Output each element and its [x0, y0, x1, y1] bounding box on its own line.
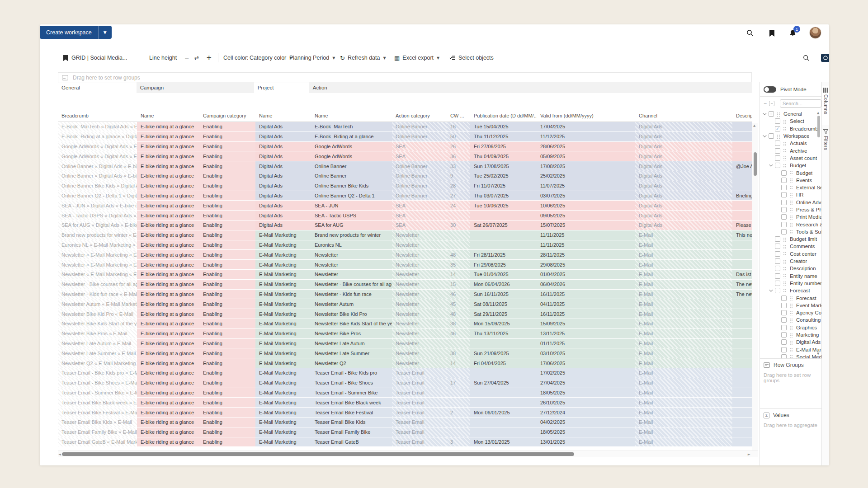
cell[interactable]: Thu 13/11/2025 — [470, 329, 537, 339]
column-header[interactable]: Name — [137, 109, 199, 122]
scroll-up-icon[interactable]: ▲ — [753, 124, 755, 127]
cell[interactable]: Newsletter Bike Kids Start of the year — [311, 319, 392, 329]
global-search-icon[interactable] — [745, 28, 755, 38]
cell[interactable]: Newsletter — [392, 290, 447, 300]
column-header[interactable]: Valid from (dd/MM/yyyy) — [537, 109, 635, 122]
checkbox[interactable] — [775, 281, 780, 286]
cell[interactable]: Digital Ads — [255, 161, 311, 171]
table-row[interactable]: Online Banner « Digital Ads « E-bikeE-bi… — [58, 161, 752, 171]
cell[interactable]: Sat 29/11/2025 — [470, 309, 537, 319]
column-group-header[interactable]: Action — [309, 82, 752, 93]
table-row[interactable]: E-Book_MarTech « Digital Ads « E-bikeE-b… — [58, 122, 752, 132]
cell[interactable]: Thu 04/09/2025 — [470, 151, 537, 161]
cell[interactable]: Teaser Email - Summer Bike « E-Mail — [58, 388, 137, 398]
tree-item[interactable]: Actuals — [760, 140, 821, 147]
cell[interactable]: 26 — [447, 142, 470, 152]
cell[interactable] — [732, 309, 752, 319]
cell[interactable]: 48 — [447, 250, 470, 260]
cell[interactable] — [470, 240, 537, 250]
cell[interactable]: Tue 10/06/2025 — [470, 201, 537, 211]
cell[interactable]: Euronics NL « E-Mail Marketing « E-bike — [58, 240, 137, 250]
cell[interactable]: Teaser Email - Bike Shoes « E-Mail — [58, 378, 137, 388]
checkbox[interactable] — [775, 155, 780, 161]
table-row[interactable]: SEA - Tactic USPS « Digital Ads « E-E-bi… — [58, 211, 752, 221]
cell[interactable]: 04/11/2025 — [537, 299, 635, 309]
cell[interactable]: The new — [732, 280, 752, 290]
cell[interactable]: The new — [732, 290, 752, 300]
cell[interactable]: E-bike riding at a glance — [137, 388, 199, 398]
cell[interactable]: E-Mail — [635, 240, 732, 250]
cell[interactable]: E-bike riding at a glance — [137, 299, 199, 309]
cell[interactable]: E-bike riding at a glance — [137, 368, 199, 378]
drag-grip-icon[interactable] — [789, 192, 793, 197]
cell[interactable]: 03/10/2025 — [537, 348, 635, 358]
cell[interactable]: Newsletter — [392, 270, 447, 280]
drag-grip-icon[interactable] — [783, 266, 787, 271]
cell[interactable]: Sat 08/11/2025 — [470, 299, 537, 309]
cell[interactable]: Teaser Email Family Bike « E-Mail — [58, 427, 137, 437]
cell[interactable] — [732, 211, 752, 221]
drag-grip-icon[interactable] — [789, 215, 793, 220]
cell[interactable]: SEA — [392, 211, 447, 221]
column-header[interactable]: Name — [311, 109, 392, 122]
cell[interactable]: 38 — [447, 348, 470, 358]
cell[interactable]: Enabling — [199, 299, 255, 309]
cell[interactable] — [732, 437, 752, 447]
create-workspace-button[interactable]: Create workspace — [40, 26, 98, 39]
cell[interactable]: E-Mail — [635, 368, 732, 378]
cell[interactable]: Enabling — [199, 260, 255, 270]
cell[interactable]: Sat 26/07/2025 — [470, 221, 537, 230]
cell[interactable]: Brand new products for winter « E-Mail — [58, 230, 137, 240]
cell[interactable]: SEA - JUN « Digital Ads « E-bike riding — [58, 201, 137, 211]
table-row[interactable]: Teaser Email GateB « E-Mail MarketingE-b… — [58, 437, 752, 447]
tree-item[interactable]: Description — [760, 265, 821, 272]
drag-grip-icon[interactable] — [789, 207, 793, 212]
cell[interactable] — [732, 427, 752, 437]
cell[interactable]: Fri 29/08/2025 — [470, 260, 537, 270]
cell[interactable]: E-bike riding at a glance — [137, 211, 199, 221]
column-header[interactable]: Publication date (D dd/MM/... — [470, 109, 537, 122]
checkbox[interactable] — [775, 141, 780, 146]
cell[interactable]: Newsletter — [392, 240, 447, 250]
column-group-header[interactable]: General — [58, 82, 137, 93]
cell[interactable] — [470, 427, 537, 437]
cell[interactable]: Digital Ads — [255, 142, 311, 152]
cell[interactable]: 11/11/2025 — [537, 240, 635, 250]
cell[interactable]: 28/06/2025 — [537, 142, 635, 152]
table-row[interactable]: Online Banner Q2 - Delta 1 « DigitalE-bi… — [58, 191, 752, 201]
select-objects-button[interactable]: Select objects — [449, 52, 494, 64]
table-row[interactable]: Google AdWords « Digital Ads « E-bikeE-b… — [58, 142, 752, 152]
cell[interactable]: Enabling — [199, 250, 255, 260]
cell[interactable]: Online Banner « Digital Ads « E-bike — [58, 161, 137, 171]
cell[interactable]: Digital Ads — [635, 132, 732, 142]
cell[interactable] — [732, 132, 752, 142]
cell[interactable]: Enabling — [199, 418, 255, 427]
cell[interactable]: Newsletter Late Autum « E-Mail — [58, 339, 137, 349]
column-header[interactable]: Name — [255, 109, 311, 122]
cell[interactable] — [447, 240, 470, 250]
checkbox[interactable] — [781, 185, 787, 190]
cell[interactable]: 3 — [447, 437, 470, 447]
tree-item[interactable]: Agency Cost — [760, 309, 821, 316]
cell[interactable]: Online Banner Bike Kids « Digital Ads « — [58, 181, 137, 191]
table-row[interactable]: Google AdWords « Digital Ads « E-bikeE-b… — [58, 151, 752, 161]
tree-item[interactable]: Select — [760, 117, 821, 125]
cell[interactable]: Digital Ads — [635, 191, 732, 201]
cell[interactable]: Please ch — [732, 221, 752, 230]
tree-item[interactable]: Online Adver — [760, 199, 821, 206]
cell[interactable]: Newsletter « E-Mail Marketing « E-bike — [58, 270, 137, 280]
cell[interactable]: E-Mail Marketing — [255, 339, 311, 349]
cell[interactable] — [447, 211, 470, 221]
cell[interactable]: 13/01/2025 — [537, 437, 635, 447]
scroll-right-icon[interactable]: ► — [748, 452, 750, 456]
cell[interactable]: Enabling — [199, 280, 255, 290]
cell[interactable]: E-Mail Marketing — [255, 329, 311, 339]
cell[interactable]: E-Mail Marketing — [255, 378, 311, 388]
tree-item[interactable]: Graphics — [760, 324, 821, 331]
cell[interactable]: E-Mail — [635, 309, 732, 319]
cell[interactable]: Digital Ads — [635, 122, 732, 132]
table-row[interactable]: Teaser Email - Bike Shoes « E-MailE-bike… — [58, 378, 752, 388]
cell[interactable]: Fri 11/07/2025 — [470, 181, 537, 191]
cell[interactable]: Enabling — [199, 240, 255, 250]
cell[interactable]: Google AdWords « Digital Ads « E-bike — [58, 151, 137, 161]
